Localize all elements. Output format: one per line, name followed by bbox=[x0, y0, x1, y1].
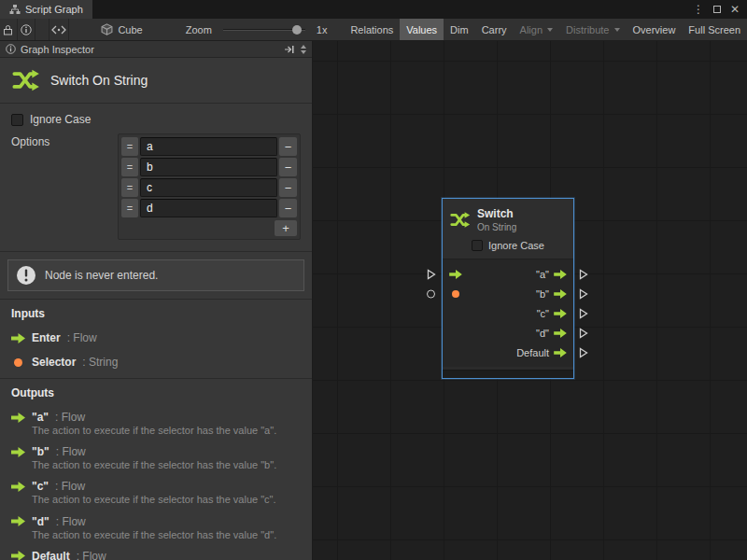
drag-handle-icon[interactable]: = bbox=[121, 137, 138, 156]
spin-down-icon[interactable] bbox=[301, 50, 306, 54]
remove-option-button[interactable]: − bbox=[279, 199, 297, 217]
graph-inspector-title: Graph Inspector bbox=[21, 44, 94, 55]
option-item: = − bbox=[121, 199, 297, 217]
flow-port-outline-icon bbox=[427, 269, 436, 280]
output-description: The action to execute if the selector ha… bbox=[32, 425, 301, 437]
switch-icon bbox=[12, 68, 40, 92]
port-row-a: "a" bbox=[443, 265, 573, 285]
port-row-default: Default bbox=[443, 343, 573, 363]
flow-out-icon bbox=[554, 348, 567, 357]
align-button[interactable]: Align bbox=[514, 19, 559, 40]
zoom-value: 1x bbox=[313, 24, 331, 35]
option-input-c[interactable] bbox=[140, 178, 277, 197]
switch-on-string-node[interactable]: Switch On String Ignore Case bbox=[442, 198, 574, 379]
dropdown-caret-icon bbox=[547, 28, 553, 32]
graph-icon bbox=[9, 4, 21, 15]
add-option-button[interactable]: + bbox=[275, 220, 297, 236]
dim-button[interactable]: Dim bbox=[444, 19, 475, 40]
full-screen-button[interactable]: Full Screen bbox=[682, 19, 747, 40]
options-list: = − = − = − = bbox=[118, 133, 301, 240]
option-input-a[interactable] bbox=[140, 137, 277, 156]
enter-flow-port[interactable] bbox=[427, 269, 436, 280]
port-label: "b" bbox=[536, 288, 549, 300]
warning-text: Node is never entered. bbox=[45, 269, 158, 282]
drag-handle-icon[interactable]: = bbox=[121, 158, 138, 176]
flow-port-outline-icon bbox=[579, 288, 588, 300]
output-port-default[interactable] bbox=[579, 347, 588, 358]
flow-out-icon bbox=[554, 329, 567, 338]
toolbar-buttons: Relations Values Dim Carry Align Distrib… bbox=[344, 19, 626, 40]
distribute-button[interactable]: Distribute bbox=[559, 19, 626, 40]
output-name: Default bbox=[32, 550, 70, 560]
graph-canvas[interactable]: Switch On String Ignore Case bbox=[313, 41, 747, 560]
flow-port-icon bbox=[11, 516, 25, 526]
flow-port-outline-icon bbox=[579, 347, 588, 358]
target-label: Cube bbox=[118, 24, 142, 35]
carry-button[interactable]: Carry bbox=[475, 19, 514, 40]
flow-port-outline-icon bbox=[579, 328, 588, 339]
output-item-a: "a" : Flow The action to execute if the … bbox=[11, 411, 301, 437]
overview-button[interactable]: Overview bbox=[627, 19, 683, 40]
toolbar-spacer bbox=[35, 19, 49, 40]
graph-toolbar: Cube Zoom 1x Relations Values Dim Carry … bbox=[0, 19, 747, 41]
remove-option-button[interactable]: − bbox=[279, 178, 297, 197]
spin-up-icon[interactable] bbox=[301, 45, 306, 49]
panel-spinner[interactable] bbox=[301, 45, 306, 54]
code-icon bbox=[51, 25, 66, 35]
script-graph-window: Script Graph ⋮ ✕ Cube Zoom 1 bbox=[0, 0, 747, 560]
drag-handle-icon[interactable]: = bbox=[121, 178, 138, 197]
output-port-c[interactable] bbox=[579, 308, 588, 319]
inputs-header: Inputs bbox=[11, 307, 301, 320]
unit-settings-section: Ignore Case Options = − = − bbox=[0, 104, 312, 252]
code-view-button[interactable] bbox=[49, 19, 69, 40]
remove-option-button[interactable]: − bbox=[279, 158, 297, 176]
option-input-b[interactable] bbox=[140, 158, 277, 176]
output-name: "c" bbox=[32, 480, 49, 493]
ignore-case-checkbox[interactable] bbox=[11, 114, 23, 126]
selector-value-port[interactable] bbox=[427, 290, 435, 299]
flow-out-icon bbox=[554, 309, 567, 318]
output-item-default: Default : Flow bbox=[11, 550, 301, 560]
lock-button[interactable] bbox=[0, 19, 18, 40]
tab-label: Script Graph bbox=[25, 4, 83, 15]
remove-option-button[interactable]: − bbox=[279, 137, 297, 156]
zoom-slider-thumb[interactable] bbox=[292, 25, 302, 35]
output-port-d[interactable] bbox=[579, 328, 588, 339]
port-label: Default bbox=[516, 347, 549, 358]
dock-panel-icon[interactable] bbox=[284, 45, 295, 54]
add-option-row: + bbox=[121, 220, 297, 236]
node-title: Switch bbox=[477, 208, 516, 221]
flow-port-icon bbox=[11, 482, 25, 492]
graph-target-selector[interactable]: Cube bbox=[93, 19, 149, 40]
node-footer bbox=[443, 370, 573, 378]
flow-port-icon bbox=[11, 447, 25, 457]
output-port-a[interactable] bbox=[579, 269, 588, 280]
flow-out-icon bbox=[554, 270, 567, 279]
input-item-selector: Selector : String bbox=[11, 356, 301, 369]
output-type: : Flow bbox=[56, 515, 86, 528]
flow-port-icon bbox=[11, 333, 25, 343]
enter-flow-icon bbox=[449, 270, 462, 279]
drag-handle-icon[interactable]: = bbox=[121, 199, 138, 217]
input-name: Selector bbox=[32, 356, 76, 369]
toolbar-right-buttons: Overview Full Screen bbox=[627, 19, 747, 40]
dropdown-caret-icon bbox=[614, 28, 620, 32]
inspector-toggle-button[interactable] bbox=[18, 19, 35, 40]
node-ignore-case-checkbox[interactable] bbox=[472, 240, 483, 251]
node-header: Switch On String Ignore Case bbox=[443, 199, 573, 259]
flow-port-icon bbox=[11, 551, 25, 560]
values-button[interactable]: Values bbox=[400, 19, 444, 40]
value-port-icon bbox=[14, 358, 22, 367]
output-port-b[interactable] bbox=[579, 288, 588, 300]
graph-inspector-panel: Graph Inspector Switch On String Ignore … bbox=[0, 41, 313, 560]
window-close-button[interactable]: ✕ bbox=[730, 3, 740, 16]
output-type: : Flow bbox=[56, 445, 86, 458]
window-maximize-button[interactable] bbox=[713, 6, 721, 13]
node-subtitle: On String bbox=[477, 222, 516, 232]
tab-script-graph[interactable]: Script Graph bbox=[0, 0, 92, 19]
zoom-slider[interactable] bbox=[223, 19, 305, 41]
input-name: Enter bbox=[32, 331, 61, 344]
option-input-d[interactable] bbox=[140, 199, 277, 217]
window-menu-button[interactable]: ⋮ bbox=[693, 3, 704, 16]
relations-button[interactable]: Relations bbox=[344, 19, 400, 40]
